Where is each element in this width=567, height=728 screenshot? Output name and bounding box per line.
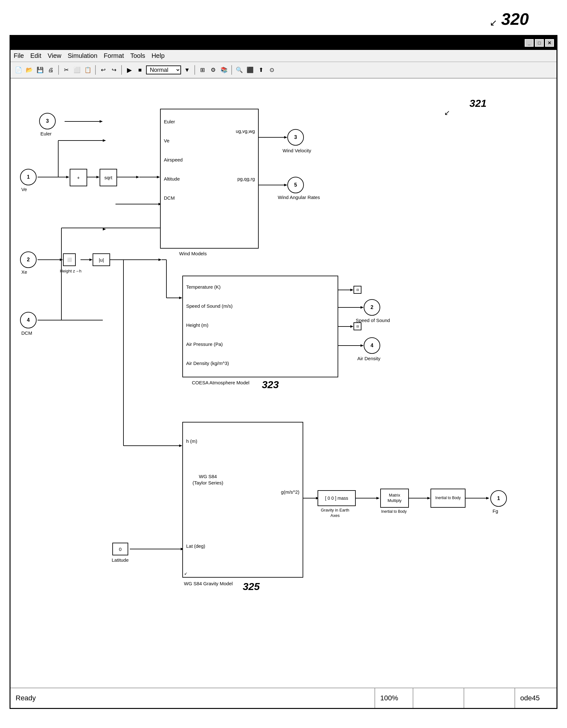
status-bar: Ready 100% ode45 [10, 688, 557, 708]
dropdown-icon[interactable]: ▼ [182, 65, 192, 75]
port-4-air-dens-num: 4 [371, 343, 374, 348]
coesa-block[interactable]: Temperature (K) Speed of Sound (m/s) Hei… [182, 276, 338, 377]
port-2-xe: 2 [20, 251, 37, 268]
fit-icon[interactable]: ⬛ [245, 65, 255, 75]
term1: ⊟ [354, 286, 362, 294]
zoom-text: 100% [380, 694, 398, 702]
cut-icon[interactable]: ✂ [61, 65, 71, 75]
plus-block: + [70, 169, 87, 186]
redo-icon[interactable]: ↪ [109, 65, 119, 75]
mass-block: [ 0 0 ] mass [318, 490, 356, 506]
zoom-icon[interactable]: 🔍 [234, 65, 244, 75]
matrix-mult-label: Inertial to Body [381, 509, 407, 514]
port-1-ve: 1 [20, 169, 37, 185]
port-4-air-dens: 4 [364, 337, 380, 354]
port-3-euler: 3 [39, 113, 56, 129]
gravity-earth-axes: Gravity in EarthAxes [316, 508, 354, 519]
grid-icon[interactable]: ⊞ [197, 65, 207, 75]
ready-text: Ready [16, 694, 36, 702]
svg-marker-46 [377, 497, 380, 499]
target-icon[interactable]: ⊙ [267, 65, 276, 75]
status-solver: ode45 [515, 688, 557, 708]
wm-ve-in: Ve [164, 138, 169, 143]
matrix-mult-block: MatrixMultiply [380, 489, 409, 508]
port-2-xe-label: Xe [21, 269, 27, 275]
ref-320: 320 [501, 10, 529, 29]
port-1-fg: 1 [490, 490, 507, 507]
play-icon[interactable]: ▶ [124, 65, 134, 75]
svg-marker-11 [136, 176, 139, 178]
grav-g-out: g(m/s^2) [281, 489, 300, 495]
lat-label: Latitude [112, 557, 128, 563]
height-block1: ⬜ [63, 253, 76, 266]
svg-marker-40 [350, 325, 354, 328]
svg-marker-52 [179, 444, 182, 447]
menu-format[interactable]: Format [104, 52, 124, 59]
port-4-dcm: 4 [20, 312, 37, 328]
sep4 [194, 65, 195, 75]
diagram-canvas[interactable]: 321 ↙ 3 Euler 1 Ve + sqrt Euler Ve Airsp… [10, 79, 557, 688]
menu-view[interactable]: View [48, 52, 61, 59]
undo-icon[interactable]: ↩ [98, 65, 108, 75]
wm-euler-in: Euler [164, 119, 175, 124]
menu-bar: File Edit View Simulation Format Tools H… [10, 50, 557, 62]
svg-marker-36 [350, 289, 354, 291]
gravity-block[interactable]: h (m) WG S84(Taylor Series) g(m/s^2) Lat… [182, 422, 303, 578]
svg-marker-4 [66, 176, 69, 178]
paste-icon[interactable]: 📋 [83, 65, 93, 75]
menu-tools[interactable]: Tools [130, 52, 145, 59]
menu-simulation[interactable]: Simulation [68, 52, 97, 59]
abs-block: |u| [93, 253, 110, 266]
port-3-wind-vel: 3 [287, 129, 304, 146]
status-zoom: 100% [375, 688, 413, 708]
wind-models-label: Wind Models [179, 251, 207, 256]
title-bar: _ □ ✕ [10, 36, 557, 50]
close-button[interactable]: ✕ [545, 39, 554, 47]
menu-help[interactable]: Help [151, 52, 164, 59]
ref-321: 321 [470, 98, 487, 109]
grav-lat-in: Lat (deg) [186, 543, 205, 549]
sim-mode-select[interactable]: Normal [146, 65, 181, 74]
port-2-sound-num: 2 [371, 305, 374, 310]
port-5-wind-ang-label: Wind Angular Rates [278, 195, 320, 200]
new-icon[interactable]: 📄 [14, 65, 23, 75]
port-4-dcm-label: DCM [21, 330, 32, 336]
wm-airspeed-in: Airspeed [164, 157, 183, 162]
grav-wgs84: WG S84(Taylor Series) [192, 473, 223, 486]
coesa-sound: Speed of Sound (m/s) [186, 303, 232, 309]
port-2-sound-label: Speed of Sound [356, 318, 390, 323]
copy-icon[interactable]: ⬜ [72, 65, 82, 75]
port-1-fg-num: 1 [497, 496, 500, 501]
status-blank1 [413, 688, 464, 708]
settings-icon[interactable]: ⚙ [208, 65, 218, 75]
stop-icon[interactable]: ■ [135, 65, 145, 75]
minimize-button[interactable]: _ [525, 39, 534, 47]
status-blank2 [464, 688, 515, 708]
svg-marker-38 [361, 306, 364, 309]
port-5-wind-ang-num: 5 [294, 182, 297, 188]
save-icon[interactable]: 💾 [35, 65, 45, 75]
abs-label: |u| [99, 257, 104, 263]
menu-file[interactable]: File [14, 52, 24, 59]
window-controls: _ □ ✕ [525, 39, 554, 47]
ref321-arrow: ↙ [444, 109, 450, 117]
sqrt-label: sqrt [104, 175, 112, 180]
wm-altitude-in: Altitude [164, 176, 180, 182]
wind-models-block[interactable]: Euler Ve Airspeed Altitude DCM ug,vg,wg … [160, 109, 259, 249]
print-icon[interactable]: 🖨 [46, 65, 56, 75]
menu-edit[interactable]: Edit [30, 52, 41, 59]
sep2 [95, 65, 96, 75]
up-icon[interactable]: ⬆ [256, 65, 266, 75]
maximize-button[interactable]: □ [535, 39, 544, 47]
svg-marker-48 [427, 497, 431, 499]
lib-icon[interactable]: 📚 [219, 65, 229, 75]
ref-325: 325 [243, 581, 259, 593]
lat-zero-block: 0 [112, 543, 128, 555]
open-icon[interactable]: 📂 [24, 65, 34, 75]
svg-marker-32 [284, 136, 287, 139]
coesa-height: Height (m) [186, 322, 208, 328]
sep3 [121, 65, 122, 75]
port-4-dcm-num: 4 [27, 317, 30, 323]
svg-marker-15 [60, 258, 63, 261]
solver-text: ode45 [520, 694, 540, 702]
